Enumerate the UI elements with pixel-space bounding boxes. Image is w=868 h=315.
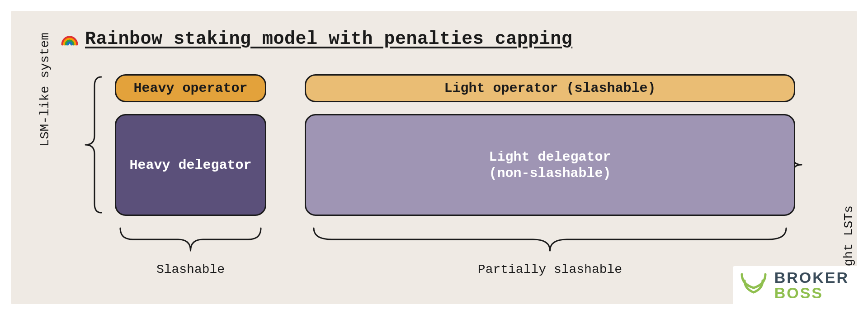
heavy-operator-block: Heavy operator xyxy=(115,74,266,102)
heavy-delegator-block: Heavy delegator xyxy=(115,114,266,216)
light-delegator-block: Light delegator (non-slashable) xyxy=(305,114,795,216)
light-delegator-label-line2: (non-slashable) xyxy=(489,165,611,181)
heavy-operator-label: Heavy operator xyxy=(133,80,247,96)
rainbow-icon xyxy=(61,29,79,49)
bottom-label-left: Slashable xyxy=(115,262,266,277)
watermark-line1: BROKER xyxy=(774,270,849,285)
diagram-canvas: Rainbow staking model with penalties cap… xyxy=(0,0,868,315)
brace-bottom-right xyxy=(305,219,795,260)
title-row: Rainbow staking model with penalties cap… xyxy=(61,29,572,49)
bottom-label-right: Partially slashable xyxy=(305,262,795,277)
watermark-line2: BOSS xyxy=(774,285,849,301)
watermark: BROKER BOSS xyxy=(733,266,857,304)
light-operator-block: Light operator (slashable) xyxy=(305,74,795,102)
diagram-title: Rainbow staking model with penalties cap… xyxy=(85,29,572,49)
bull-horns-icon xyxy=(739,272,768,299)
brace-left xyxy=(79,72,106,217)
diagram-panel: Rainbow staking model with penalties cap… xyxy=(11,11,857,304)
left-axis-label: LSM-like system xyxy=(38,33,52,147)
light-operator-label: Light operator (slashable) xyxy=(444,80,656,96)
light-delegator-label-line1: Light delegator xyxy=(489,149,611,165)
heavy-delegator-label: Heavy delegator xyxy=(129,157,251,173)
brace-bottom-left xyxy=(115,219,266,260)
